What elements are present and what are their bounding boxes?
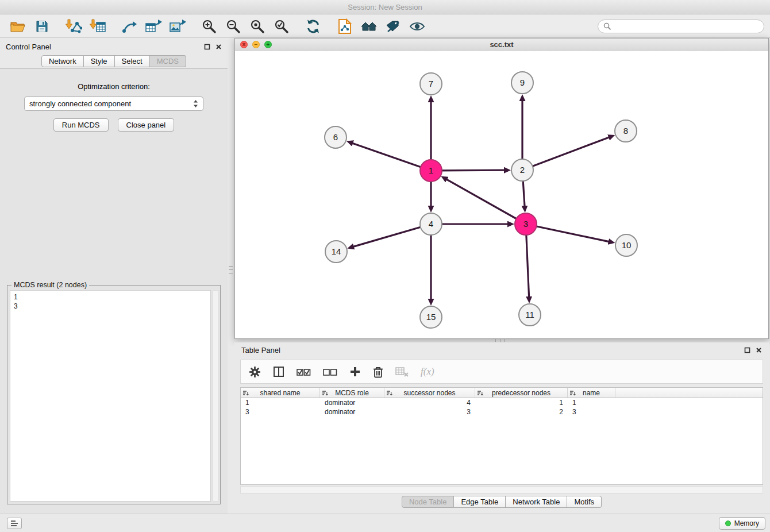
export-image-button[interactable] bbox=[165, 17, 190, 36]
table-row[interactable]: 1dominator411 bbox=[241, 398, 763, 407]
close-table-panel-button[interactable] bbox=[756, 347, 762, 353]
node-15[interactable]: 15 bbox=[420, 306, 442, 328]
clear-table-button[interactable] bbox=[395, 367, 409, 377]
export-table-icon bbox=[145, 19, 162, 34]
tab-style[interactable]: Style bbox=[84, 55, 115, 67]
table-cell[interactable]: 4 bbox=[384, 399, 475, 407]
column-header-label: predecessor nodes bbox=[492, 389, 550, 397]
optimization-criterion-select[interactable]: strongly connected component bbox=[24, 97, 203, 111]
minimize-window-button[interactable]: − bbox=[252, 41, 260, 48]
table-cell[interactable]: dominator bbox=[320, 399, 384, 407]
show-columns-button[interactable] bbox=[273, 366, 284, 377]
zoom-selected-button[interactable] bbox=[270, 17, 294, 36]
zoom-selected-icon bbox=[274, 19, 289, 34]
search-box[interactable] bbox=[598, 20, 764, 33]
search-input[interactable] bbox=[615, 22, 759, 31]
node-1[interactable]: 1 bbox=[420, 160, 442, 182]
network-canvas[interactable]: 7968124314101511 bbox=[235, 51, 768, 338]
table-cell[interactable]: 3 bbox=[568, 408, 615, 416]
annotations-button[interactable] bbox=[381, 17, 405, 36]
result-scrollbar[interactable] bbox=[213, 290, 218, 502]
column-header-shared-name[interactable]: shared name bbox=[241, 388, 320, 398]
node-2[interactable]: 2 bbox=[511, 159, 533, 181]
deselect-all-columns-button[interactable] bbox=[323, 367, 337, 377]
float-control-panel-button[interactable] bbox=[204, 44, 210, 50]
zoom-in-button[interactable] bbox=[197, 17, 221, 36]
node-4[interactable]: 4 bbox=[420, 213, 442, 235]
export-table-button[interactable] bbox=[141, 17, 165, 36]
mcds-result-line: 3 bbox=[14, 302, 207, 311]
tab-select[interactable]: Select bbox=[115, 55, 150, 67]
delete-columns-button[interactable] bbox=[373, 366, 383, 378]
tab-mcds[interactable]: MCDS bbox=[150, 55, 186, 67]
zoom-fit-button[interactable] bbox=[245, 17, 270, 36]
open-session-button[interactable] bbox=[6, 17, 30, 36]
close-icon bbox=[756, 347, 762, 353]
console-button[interactable] bbox=[7, 518, 22, 529]
table-cell[interactable]: 1 bbox=[241, 399, 320, 407]
sort-icon bbox=[242, 390, 249, 396]
tab-network[interactable]: Network bbox=[41, 55, 84, 67]
save-session-button[interactable] bbox=[30, 17, 54, 36]
column-header-label: name bbox=[583, 389, 600, 397]
table-settings-button[interactable] bbox=[249, 366, 261, 378]
table-cell[interactable]: 1 bbox=[475, 399, 568, 407]
close-window-button[interactable]: × bbox=[240, 41, 248, 48]
float-table-panel-button[interactable] bbox=[744, 347, 750, 353]
node-10[interactable]: 10 bbox=[615, 234, 637, 256]
network-arrow-icon bbox=[121, 19, 137, 34]
vertical-splitter-grip[interactable] bbox=[229, 266, 233, 273]
node-3[interactable]: 3 bbox=[515, 213, 537, 235]
network-window-titlebar[interactable]: × − + scc.txt bbox=[235, 38, 768, 52]
table-cell[interactable]: 3 bbox=[384, 408, 475, 416]
status-bar: Memory bbox=[0, 514, 770, 532]
import-network-button[interactable] bbox=[61, 17, 86, 36]
node-11[interactable]: 11 bbox=[519, 304, 541, 326]
run-mcds-button[interactable]: Run MCDS bbox=[53, 118, 109, 132]
add-column-button[interactable] bbox=[349, 366, 361, 377]
column-header-mcds-role[interactable]: MCDS role bbox=[320, 388, 384, 398]
edge-3-10[interactable] bbox=[526, 224, 609, 242]
zoom-window-button[interactable]: + bbox=[264, 41, 272, 48]
select-all-columns-button[interactable] bbox=[297, 367, 311, 377]
table-cell[interactable]: 3 bbox=[241, 408, 320, 416]
node-14[interactable]: 14 bbox=[325, 241, 347, 263]
node-8[interactable]: 8 bbox=[615, 120, 637, 142]
function-builder-button[interactable]: f(x) bbox=[421, 366, 434, 377]
close-control-panel-button[interactable] bbox=[215, 44, 222, 50]
clone-network-button[interactable] bbox=[333, 17, 357, 36]
node-7[interactable]: 7 bbox=[420, 73, 442, 95]
refresh-view-button[interactable] bbox=[301, 17, 325, 36]
home-button[interactable] bbox=[357, 17, 381, 36]
table-cell[interactable]: 2 bbox=[475, 408, 568, 416]
tab-edge-table[interactable]: Edge Table bbox=[454, 496, 506, 508]
zoom-out-button[interactable] bbox=[221, 17, 245, 36]
import-table-button[interactable] bbox=[86, 17, 110, 36]
table-cell[interactable]: 1 bbox=[568, 399, 615, 407]
edge-4-14[interactable] bbox=[353, 224, 431, 246]
memory-button[interactable]: Memory bbox=[719, 517, 765, 530]
edge-1-6[interactable] bbox=[352, 143, 431, 171]
close-panel-button[interactable]: Close panel bbox=[118, 118, 175, 132]
node-6[interactable]: 6 bbox=[325, 126, 346, 148]
horizontal-splitter-grip[interactable] bbox=[495, 339, 505, 342]
node-9[interactable]: 9 bbox=[511, 72, 533, 94]
tab-motifs[interactable]: Motifs bbox=[567, 496, 602, 508]
tab-network-table[interactable]: Network Table bbox=[506, 496, 567, 508]
table-cell[interactable]: dominator bbox=[320, 408, 384, 416]
table-row[interactable]: 3dominator323 bbox=[241, 407, 763, 417]
table-horizontal-scrollbar[interactable] bbox=[240, 486, 763, 494]
column-header-predecessor-nodes[interactable]: predecessor nodes bbox=[475, 388, 568, 398]
table-panel-header: Table Panel bbox=[234, 342, 769, 357]
sort-icon bbox=[322, 390, 328, 396]
edge-2-8[interactable] bbox=[522, 137, 609, 170]
column-header-successor-nodes[interactable]: successor nodes bbox=[384, 388, 475, 398]
show-details-button[interactable] bbox=[405, 17, 429, 36]
column-header-name[interactable]: name bbox=[568, 388, 615, 398]
float-window-icon bbox=[744, 347, 750, 353]
tab-node-table[interactable]: Node Table bbox=[402, 496, 455, 508]
annotation-tag-icon bbox=[386, 20, 401, 33]
edge-3-1[interactable] bbox=[446, 179, 526, 224]
window-titlebar[interactable]: Session: New Session bbox=[0, 0, 770, 14]
new-network-button[interactable] bbox=[117, 17, 141, 36]
